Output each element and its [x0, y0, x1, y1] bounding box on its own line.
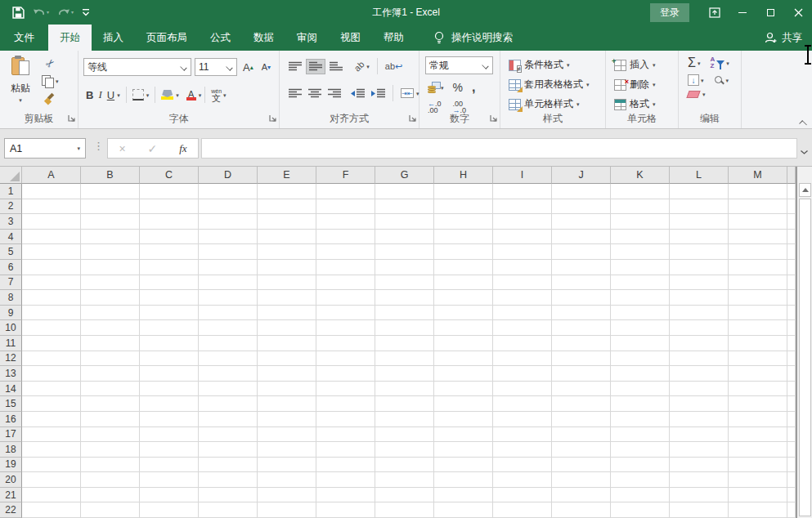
- cell-B13[interactable]: [81, 366, 140, 382]
- cell-D16[interactable]: [199, 412, 258, 427]
- cell-F13[interactable]: [316, 366, 375, 382]
- tab-help[interactable]: 帮助: [372, 25, 415, 51]
- cell-L16[interactable]: [670, 412, 729, 427]
- column-header-I[interactable]: I: [493, 167, 552, 184]
- cell-F10[interactable]: [316, 320, 375, 336]
- tell-me-search[interactable]: 操作说明搜索: [433, 25, 513, 51]
- cell-G10[interactable]: [375, 320, 434, 336]
- cell-M6[interactable]: [729, 260, 787, 275]
- cell-A13[interactable]: [22, 366, 81, 382]
- row-header-16[interactable]: 16: [0, 412, 22, 427]
- cell-K3[interactable]: [611, 214, 670, 230]
- cell-K15[interactable]: [611, 396, 670, 412]
- cell-K5[interactable]: [611, 244, 670, 260]
- cell-D8[interactable]: [199, 290, 258, 306]
- row-header-6[interactable]: 6: [0, 260, 22, 275]
- cell-I19[interactable]: [493, 458, 552, 473]
- cell-E15[interactable]: [258, 396, 316, 412]
- cell-G22[interactable]: [375, 502, 434, 518]
- cell-H13[interactable]: [434, 366, 493, 382]
- underline-dropdown[interactable]: ▾: [117, 92, 120, 98]
- cell-L5[interactable]: [670, 244, 729, 260]
- tab-data[interactable]: 数据: [242, 25, 285, 51]
- align-bottom-button[interactable]: [327, 60, 345, 74]
- cell-E17[interactable]: [258, 427, 316, 443]
- cell-F15[interactable]: [316, 396, 375, 412]
- cell-A7[interactable]: [22, 275, 81, 291]
- cell-A11[interactable]: [22, 336, 81, 351]
- cell-C18[interactable]: [140, 442, 199, 458]
- cell-M21[interactable]: [729, 488, 787, 503]
- row-header-17[interactable]: 17: [0, 427, 22, 443]
- cell-M19[interactable]: [729, 458, 787, 473]
- format-painter-button[interactable]: [39, 92, 61, 106]
- cell-G8[interactable]: [375, 290, 434, 306]
- cell-E13[interactable]: [258, 366, 316, 382]
- cell-A16[interactable]: [22, 412, 81, 427]
- decrease-indent-button[interactable]: [348, 87, 367, 100]
- cell-H14[interactable]: [434, 382, 493, 397]
- paste-dropdown[interactable]: ▾: [7, 97, 34, 103]
- row-header-15[interactable]: 15: [0, 396, 22, 412]
- cell-G14[interactable]: [375, 382, 434, 397]
- cell-J18[interactable]: [552, 442, 611, 458]
- cell-F12[interactable]: [316, 351, 375, 367]
- cell-J21[interactable]: [552, 488, 611, 503]
- number-format-combo[interactable]: 常规: [425, 56, 493, 74]
- column-header-K[interactable]: K: [611, 167, 670, 184]
- cell-C7[interactable]: [140, 275, 199, 291]
- cell-F8[interactable]: [316, 290, 375, 306]
- column-header-M[interactable]: M: [729, 167, 787, 184]
- cell-G20[interactable]: [375, 472, 434, 488]
- cell-J14[interactable]: [552, 382, 611, 397]
- font-dialog-launcher[interactable]: [269, 114, 277, 125]
- cell-K21[interactable]: [611, 488, 670, 503]
- cell-L13[interactable]: [670, 366, 729, 382]
- cell-L19[interactable]: [670, 458, 729, 473]
- cell-B14[interactable]: [81, 382, 140, 397]
- cell-C19[interactable]: [140, 458, 199, 473]
- cell-D7[interactable]: [199, 275, 258, 291]
- cell-F5[interactable]: [316, 244, 375, 260]
- align-middle-button[interactable]: [306, 59, 325, 74]
- cell-E16[interactable]: [258, 412, 316, 427]
- tab-insert[interactable]: 插入: [92, 25, 135, 51]
- cell-E3[interactable]: [258, 214, 316, 230]
- cell-D10[interactable]: [199, 320, 258, 336]
- cell-A22[interactable]: [22, 502, 81, 518]
- cell-B7[interactable]: [81, 275, 140, 291]
- cell-L12[interactable]: [670, 351, 729, 367]
- cell-E20[interactable]: [258, 472, 316, 488]
- sort-filter-button[interactable]: AZ▾: [707, 55, 731, 71]
- cell-A18[interactable]: [22, 442, 81, 458]
- cell-B3[interactable]: [81, 214, 140, 230]
- cell-H8[interactable]: [434, 290, 493, 306]
- row-header-21[interactable]: 21: [0, 488, 22, 503]
- row-header-7[interactable]: 7: [0, 275, 22, 291]
- cell-C17[interactable]: [140, 427, 199, 443]
- font-size-combo[interactable]: 11: [195, 58, 237, 76]
- cell-K8[interactable]: [611, 290, 670, 306]
- cell-K16[interactable]: [611, 412, 670, 427]
- align-center-button[interactable]: [306, 87, 324, 100]
- cell-A8[interactable]: [22, 290, 81, 306]
- cell-D19[interactable]: [199, 458, 258, 473]
- row-header-8[interactable]: 8: [0, 290, 22, 306]
- tab-file[interactable]: 文件: [0, 25, 48, 51]
- cell-L20[interactable]: [670, 472, 729, 488]
- cell-G19[interactable]: [375, 458, 434, 473]
- cell-M11[interactable]: [729, 336, 787, 351]
- cell-J20[interactable]: [552, 472, 611, 488]
- tab-page-layout[interactable]: 页面布局: [135, 25, 199, 51]
- cell-M9[interactable]: [729, 306, 787, 321]
- vertical-scrollbar[interactable]: [796, 167, 812, 518]
- cell-G11[interactable]: [375, 336, 434, 351]
- cell-E18[interactable]: [258, 442, 316, 458]
- row-header-9[interactable]: 9: [0, 306, 22, 321]
- cell-E19[interactable]: [258, 458, 316, 473]
- cell-B12[interactable]: [81, 351, 140, 367]
- format-as-table-button[interactable]: 套用表格格式▾: [507, 75, 591, 94]
- column-header-C[interactable]: C: [140, 167, 199, 184]
- cell-B15[interactable]: [81, 396, 140, 412]
- cell-D12[interactable]: [199, 351, 258, 367]
